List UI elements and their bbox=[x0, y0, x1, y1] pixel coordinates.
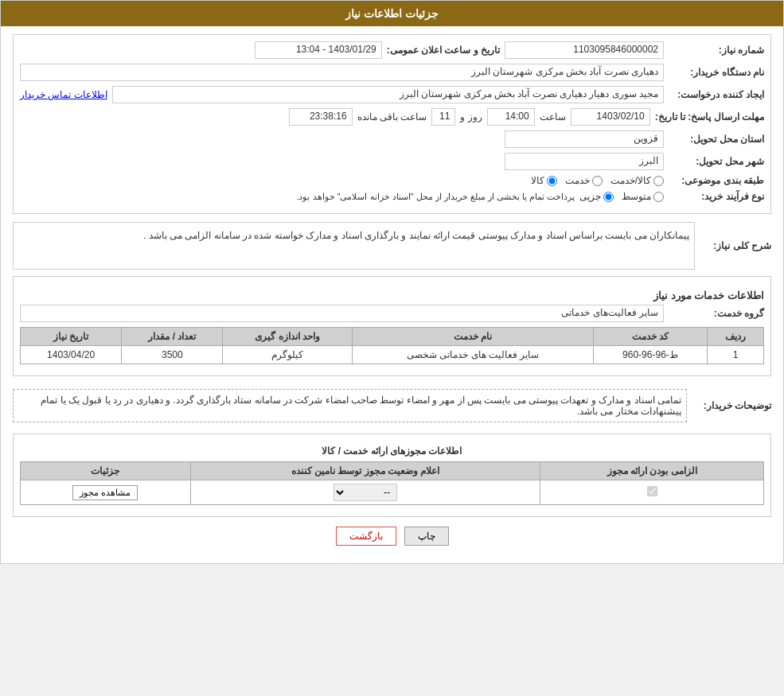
permissions-table-row: -- مشاهده مجوز bbox=[21, 480, 764, 505]
process-radio-group: متوسط جزیی bbox=[579, 191, 664, 202]
response-deadline-label: مهلت ارسال پاسخ: تا تاریخ: bbox=[655, 111, 764, 122]
service-group-row: گروه خدمت: سایر فعالیت‌های خدماتی bbox=[20, 305, 764, 322]
response-days: 11 bbox=[431, 108, 455, 126]
perm-status-select[interactable]: -- bbox=[333, 484, 397, 501]
category-radio-group: کالا/خدمت خدمت کالا bbox=[531, 175, 664, 186]
response-remaining: 23:38:16 bbox=[289, 108, 353, 126]
buyer-notes-label: توضیحات خریدار: bbox=[692, 400, 771, 411]
services-section-title: اطلاعات خدمات مورد نیاز bbox=[20, 290, 764, 301]
permissions-title: اطلاعات مجوزهای ارائه خدمت / کالا bbox=[20, 445, 764, 457]
response-remaining-label: ساعت باقی مانده bbox=[357, 111, 427, 122]
province-label: استان محل تحویل: bbox=[669, 134, 764, 145]
process-radio-motavasset-label: متوسط bbox=[622, 191, 651, 202]
perm-mandatory-cell bbox=[540, 480, 764, 505]
response-deadline-row: مهلت ارسال پاسخ: تا تاریخ: 1403/02/10 سا… bbox=[20, 108, 764, 126]
print-button[interactable]: چاپ bbox=[404, 527, 449, 546]
category-radio-kala-label: کالا bbox=[531, 175, 544, 186]
view-permit-button[interactable]: مشاهده مجوز bbox=[72, 485, 138, 500]
general-desc-row: شرح کلی نیاز: پیمانکاران می بایست براساس… bbox=[13, 222, 771, 270]
category-radio-khadamat-input[interactable] bbox=[592, 176, 603, 186]
perm-col-status: اعلام وضعیت مجوز توسط نامین کننده bbox=[190, 462, 540, 480]
col-row-num: ردیف bbox=[708, 328, 764, 346]
perm-col-details: جزئیات bbox=[21, 462, 191, 480]
services-section: اطلاعات خدمات مورد نیاز گروه خدمت: سایر … bbox=[13, 276, 771, 376]
back-button[interactable]: بازگشت bbox=[336, 527, 396, 546]
response-time-label: ساعت bbox=[540, 111, 566, 122]
category-radio-khadamat[interactable]: خدمت bbox=[565, 175, 603, 186]
response-date: 1403/02/10 bbox=[571, 108, 650, 126]
main-info-section: شماره نیاز: 1103095846000002 تاریخ و ساع… bbox=[13, 34, 771, 214]
requester-row: ایجاد کننده درخواست: مجید سوری دهیار دهی… bbox=[20, 86, 764, 103]
response-time: 14:00 bbox=[487, 108, 535, 126]
col-unit: واحد اندازه گیری bbox=[223, 328, 353, 346]
buyer-org-row: نام دستگاه خریدار: دهیاری نصرت آباد بخش … bbox=[20, 64, 764, 81]
cell-service-name: سایر فعالیت های خدماتی شخصی bbox=[353, 346, 594, 364]
footer-buttons: چاپ بازگشت bbox=[13, 527, 771, 546]
province-value: قزوین bbox=[505, 130, 664, 148]
city-row: شهر محل تحویل: البرز bbox=[20, 153, 764, 170]
page-title: جزئیات اطلاعات نیاز bbox=[1, 1, 783, 26]
cell-unit: کیلوگرم bbox=[223, 346, 353, 364]
table-row: 1 ط-96-96-960 سایر فعالیت های خدماتی شخص… bbox=[21, 346, 764, 364]
announcement-datetime-value: 1403/01/29 - 13:04 bbox=[255, 41, 382, 59]
services-table: ردیف کد خدمت نام خدمت واحد اندازه گیری ت… bbox=[20, 327, 764, 364]
process-radio-motavasset-input[interactable] bbox=[653, 192, 664, 202]
cell-need-date: 1403/04/20 bbox=[21, 346, 122, 364]
category-radio-khadamat-label: خدمت bbox=[565, 175, 590, 186]
buyer-org-value: دهیاری نصرت آباد بخش مرکزی شهرستان البرز bbox=[20, 64, 664, 81]
requester-link[interactable]: اطلاعات تماس خریدار bbox=[20, 89, 107, 100]
permissions-section: اطلاعات مجوزهای ارائه خدمت / کالا الزامی… bbox=[13, 434, 771, 517]
general-desc-text: پیمانکاران می بایست براساس اسناد و مدارک… bbox=[13, 222, 695, 270]
perm-status-cell[interactable]: -- bbox=[190, 480, 540, 505]
category-radio-kala-khadamat[interactable]: کالا/خدمت bbox=[610, 175, 664, 186]
cell-service-code: ط-96-96-960 bbox=[593, 346, 707, 364]
announcement-datetime-label: تاریخ و ساعت اعلان عمومی: bbox=[387, 45, 500, 56]
col-service-name: نام خدمت bbox=[353, 328, 594, 346]
category-label: طبقه بندی موضوعی: bbox=[669, 175, 764, 186]
requester-value: مجید سوری دهیار دهیاری نصرت آباد بخش مرک… bbox=[112, 86, 664, 103]
perm-mandatory-checkbox bbox=[647, 486, 657, 496]
cell-quantity: 3500 bbox=[122, 346, 223, 364]
category-radio-kala-khadamat-label: کالا/خدمت bbox=[610, 175, 651, 186]
buyer-notes-text: تمامی اسناد و مدارک و تعهدات پیوستی می ب… bbox=[13, 389, 687, 422]
col-need-date: تاریخ نیاز bbox=[21, 328, 122, 346]
need-number-value: 1103095846000002 bbox=[505, 41, 664, 59]
process-type-label: نوع فرآیند خرید: bbox=[669, 191, 764, 202]
response-days-label: روز و bbox=[460, 111, 482, 122]
service-group-label: گروه خدمت: bbox=[669, 308, 764, 319]
perm-col-mandatory: الزامی بودن ارائه مجوز bbox=[540, 462, 764, 480]
process-radio-jozi-label: جزیی bbox=[579, 191, 601, 202]
general-desc-section: شرح کلی نیاز: پیمانکاران می بایست براساس… bbox=[13, 222, 771, 270]
category-radio-kala[interactable]: کالا bbox=[531, 175, 557, 186]
cell-row-num: 1 bbox=[708, 346, 764, 364]
perm-details-cell[interactable]: مشاهده مجوز bbox=[21, 480, 191, 505]
process-radio-motavasset[interactable]: متوسط bbox=[622, 191, 664, 202]
process-note: پرداخت تمام یا بخشی از مبلغ خریدار از مح… bbox=[296, 192, 575, 202]
general-desc-label: شرح کلی نیاز: bbox=[700, 240, 771, 251]
col-service-code: کد خدمت bbox=[593, 328, 707, 346]
city-value: البرز bbox=[505, 153, 664, 170]
category-radio-kala-khadamat-input[interactable] bbox=[653, 176, 664, 186]
city-label: شهر محل تحویل: bbox=[669, 156, 764, 167]
buyer-org-label: نام دستگاه خریدار: bbox=[669, 67, 764, 78]
category-row: طبقه بندی موضوعی: کالا/خدمت خدمت کالا bbox=[20, 175, 764, 186]
col-quantity: تعداد / مقدار bbox=[122, 328, 223, 346]
buyer-notes-section: توضیحات خریدار: تمامی اسناد و مدارک و تع… bbox=[13, 384, 771, 427]
need-number-row: شماره نیاز: 1103095846000002 تاریخ و ساع… bbox=[20, 41, 764, 59]
permissions-table: الزامی بودن ارائه مجوز اعلام وضعیت مجوز … bbox=[20, 461, 764, 505]
province-row: استان محل تحویل: قزوین bbox=[20, 130, 764, 148]
process-radio-jozi-input[interactable] bbox=[603, 192, 614, 202]
buyer-notes-row: توضیحات خریدار: تمامی اسناد و مدارک و تع… bbox=[13, 384, 771, 427]
process-type-row: نوع فرآیند خرید: متوسط جزیی پرداخت تمام … bbox=[20, 191, 764, 202]
process-radio-jozi[interactable]: جزیی bbox=[579, 191, 614, 202]
requester-label: ایجاد کننده درخواست: bbox=[669, 89, 764, 100]
category-radio-kala-input[interactable] bbox=[547, 176, 557, 186]
service-group-value: سایر فعالیت‌های خدماتی bbox=[20, 305, 664, 322]
need-number-label: شماره نیاز: bbox=[669, 45, 764, 56]
